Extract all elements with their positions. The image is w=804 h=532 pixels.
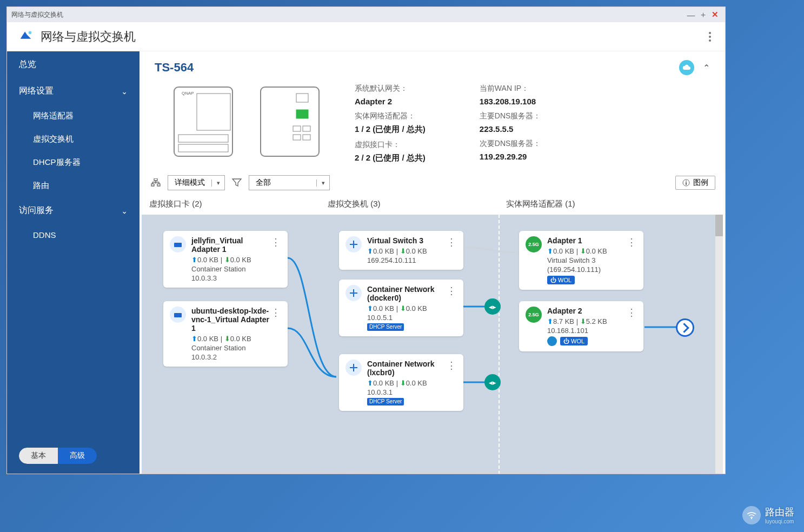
vertical-scrollbar[interactable] — [715, 215, 723, 474]
maximize-button[interactable]: ＋ — [697, 10, 709, 20]
switch-icon — [345, 360, 362, 376]
mode-toggle: 基本 高级 — [19, 448, 97, 464]
filter-select[interactable]: 全部▾ — [249, 175, 330, 190]
col-phys-label: 实体网络适配器 (1) — [506, 199, 715, 209]
dhcp-badge: DHCP Server — [367, 323, 404, 331]
device-name: TS-564 — [155, 61, 194, 75]
column-divider — [499, 215, 500, 474]
node-vnic1[interactable]: jellyfin_Virtual Adapter 1 ⬆0.0 KB | ⬇0.… — [163, 231, 288, 288]
ethernet-icon: 2.5G — [526, 236, 542, 252]
chevron-down-icon: ▾ — [316, 179, 329, 187]
mode-basic[interactable]: 基本 — [19, 448, 58, 464]
nat-badge-icon: ◂▸ — [484, 374, 501, 390]
svg-rect-15 — [686, 182, 687, 185]
svg-rect-17 — [174, 313, 182, 317]
svg-rect-1 — [174, 87, 232, 156]
chevron-up-icon: ⌃ — [121, 87, 128, 96]
view-mode-select[interactable]: 详细模式▾ — [168, 175, 225, 190]
node-vswitch3[interactable]: Container Network (lxcbr0) ⬆0.0 KB | ⬇0.… — [339, 354, 463, 411]
wol-badge: ⏻ WOL — [547, 276, 575, 284]
container-icon — [170, 307, 186, 323]
node-vswitch2[interactable]: Container Network (docker0) ⬆0.0 KB | ⬇0… — [339, 280, 463, 336]
app-header: 网络与虚拟交换机 — [7, 22, 725, 51]
info-col-1: 系统默认网关： Adapter 2 实体网络适配器： 1 / 2 (已使用 / … — [355, 84, 426, 167]
sidebar-item-access[interactable]: 访问服务⌃ — [7, 197, 139, 224]
device-illustration: QNAP — [155, 81, 338, 167]
app-title: 网络与虚拟交换机 — [41, 29, 136, 45]
svg-point-20 — [353, 367, 355, 369]
chevron-down-icon: ▾ — [211, 179, 224, 187]
svg-point-18 — [353, 243, 355, 245]
sidebar-item-route[interactable]: 路由 — [7, 174, 139, 197]
minimize-button[interactable]: — — [685, 10, 697, 19]
app-more-menu[interactable] — [706, 29, 714, 45]
switch-icon — [345, 285, 362, 301]
svg-rect-8 — [296, 110, 308, 118]
legend-button[interactable]: 图例 — [675, 176, 715, 190]
container-icon — [170, 236, 186, 252]
col-vswitch-label: 虚拟交换机 (3) — [328, 199, 506, 209]
topology-canvas: jellyfin_Virtual Adapter 1 ⬆0.0 KB | ⬇0.… — [142, 215, 723, 474]
titlebar: 网络与虚拟交换机 — ＋ ✕ — [7, 7, 725, 22]
node-menu[interactable]: ⋮ — [446, 360, 457, 405]
sidebar-item-adapter[interactable]: 网络适配器 — [7, 104, 139, 128]
gateway-icon — [676, 318, 694, 337]
window-title: 网络与虚拟交换机 — [11, 10, 63, 19]
dhcp-badge: DHCP Server — [367, 398, 404, 405]
svg-rect-7 — [296, 94, 308, 102]
node-menu[interactable]: ⋮ — [626, 307, 637, 346]
info-col-2: 当前WAN IP： 183.208.19.108 主要DNS服务器： 223.5… — [480, 84, 541, 167]
node-adapter1[interactable]: 2.5G Adapter 1 ⬆0.0 KB | ⬇0.0 KB Virtual… — [519, 231, 643, 290]
svg-rect-3 — [197, 94, 230, 130]
columns-header: 虚拟接口卡 (2) 虚拟交换机 (3) 实体网络适配器 (1) — [139, 196, 725, 215]
collapse-panel-button[interactable]: ⌃ — [703, 63, 710, 73]
watermark: 路由器 luyouqi.com — [742, 506, 794, 524]
toolbar: 详细模式▾ 全部▾ 图例 — [139, 173, 725, 196]
app-logo-icon — [18, 28, 34, 46]
node-vnic2[interactable]: ubuntu-desktop-lxde-vnc-1_Virtual Adapte… — [163, 301, 288, 367]
svg-rect-16 — [174, 243, 182, 247]
wol-badge: ⏻ WOL — [560, 337, 588, 345]
node-adapter2[interactable]: 2.5G Adapter 2 ⬆8.7 KB | ⬇5.2 KB 10.168.… — [519, 301, 643, 351]
chevron-up-icon: ⌃ — [121, 207, 128, 215]
svg-rect-9 — [293, 126, 301, 131]
device-panel: TS-564 ⌃ QNAP — [139, 51, 725, 173]
switch-icon — [345, 236, 362, 252]
main-content: TS-564 ⌃ QNAP — [139, 51, 725, 474]
sidebar: 总览 网络设置⌃ 网络适配器 虚拟交换机 DHCP服务器 路由 访问服务⌃ DD… — [7, 51, 139, 474]
svg-point-21 — [751, 517, 752, 518]
node-menu[interactable]: ⋮ — [626, 236, 637, 284]
close-button[interactable]: ✕ — [709, 10, 721, 19]
sidebar-item-dhcp[interactable]: DHCP服务器 — [7, 151, 139, 174]
col-vnic-label: 虚拟接口卡 (2) — [149, 199, 328, 209]
cloud-icon[interactable] — [679, 60, 694, 75]
router-icon — [742, 506, 761, 524]
svg-point-0 — [29, 31, 32, 34]
mode-advanced[interactable]: 高级 — [58, 448, 97, 464]
sidebar-item-overview[interactable]: 总览 — [7, 51, 139, 78]
svg-rect-6 — [261, 87, 319, 156]
node-menu[interactable]: ⋮ — [270, 307, 281, 361]
svg-rect-4 — [178, 135, 228, 142]
svg-text:QNAP: QNAP — [182, 91, 194, 96]
svg-rect-12 — [303, 135, 310, 140]
node-menu[interactable]: ⋮ — [446, 236, 457, 264]
node-vswitch1[interactable]: Virtual Switch 3 ⬆0.0 KB | ⬇0.0 KB 169.2… — [339, 231, 463, 270]
app-window: 网络与虚拟交换机 — ＋ ✕ 网络与虚拟交换机 总览 网络设置⌃ 网络适配器 虚… — [6, 6, 726, 474]
sidebar-item-vswitch[interactable]: 虚拟交换机 — [7, 128, 139, 151]
node-menu[interactable]: ⋮ — [270, 236, 281, 282]
sidebar-item-ddns[interactable]: DDNS — [7, 224, 139, 246]
nat-badge-icon: ◂▸ — [484, 298, 501, 315]
sidebar-item-network[interactable]: 网络设置⌃ — [7, 78, 139, 104]
svg-point-19 — [353, 292, 355, 294]
svg-rect-11 — [293, 135, 301, 140]
topology-icon[interactable] — [149, 176, 162, 189]
filter-icon[interactable] — [230, 176, 243, 189]
node-menu[interactable]: ⋮ — [446, 285, 457, 331]
svg-rect-10 — [303, 126, 310, 131]
ethernet-icon: 2.5G — [526, 307, 542, 323]
globe-icon — [547, 336, 557, 346]
svg-point-14 — [686, 181, 687, 182]
svg-rect-5 — [178, 144, 228, 152]
